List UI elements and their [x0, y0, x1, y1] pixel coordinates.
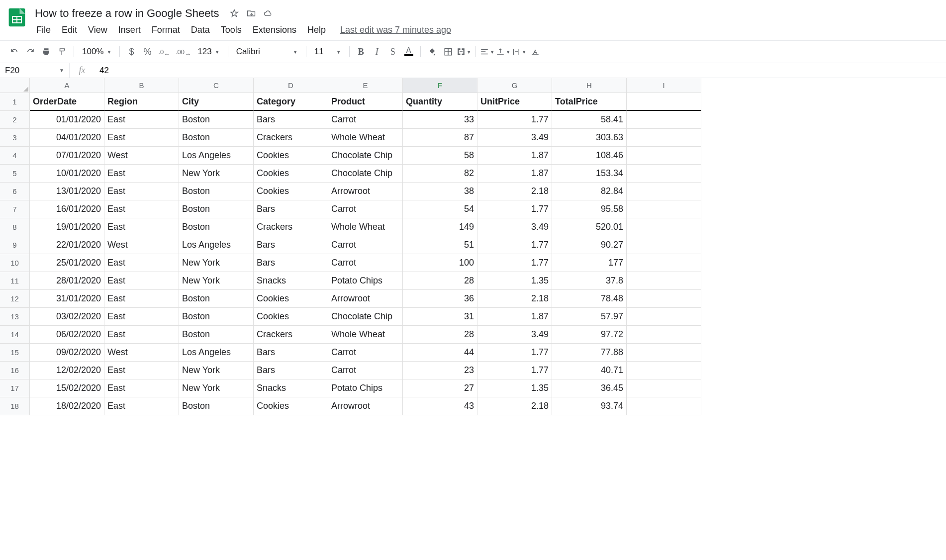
cell[interactable]: Chocolate Chip — [328, 165, 403, 183]
cell[interactable]: Boston — [179, 183, 254, 200]
cell[interactable]: 100 — [403, 254, 477, 272]
cell[interactable]: Crackers — [254, 326, 328, 344]
row-header[interactable]: 15 — [0, 344, 30, 362]
cell[interactable]: 44 — [403, 344, 477, 362]
cell[interactable]: 1.77 — [477, 362, 552, 379]
row-header[interactable]: 11 — [0, 272, 30, 290]
cell[interactable]: 43 — [403, 397, 477, 415]
fill-color-button[interactable] — [425, 44, 440, 59]
cell[interactable]: OrderDate — [30, 93, 104, 111]
cell[interactable] — [627, 397, 701, 415]
text-color-button[interactable]: A — [401, 44, 416, 59]
column-header-H[interactable]: H — [552, 78, 627, 93]
cell[interactable]: East — [104, 397, 179, 415]
cell[interactable]: West — [104, 147, 179, 165]
column-header-G[interactable]: G — [477, 78, 552, 93]
cell[interactable]: 177 — [552, 254, 627, 272]
cell[interactable]: Los Angeles — [179, 236, 254, 254]
cell[interactable]: 1.77 — [477, 236, 552, 254]
cell[interactable]: Bars — [254, 200, 328, 218]
font-family-dropdown[interactable]: Calibri▼ — [232, 47, 302, 57]
cell[interactable]: 51 — [403, 236, 477, 254]
cell[interactable]: 18/02/2020 — [30, 397, 104, 415]
cell[interactable]: 3.49 — [477, 129, 552, 147]
cell[interactable] — [627, 290, 701, 308]
paint-format-button[interactable] — [55, 44, 70, 59]
more-formats-dropdown[interactable]: 123▼ — [193, 47, 223, 57]
row-header[interactable]: 4 — [0, 147, 30, 165]
cell[interactable]: Cookies — [254, 183, 328, 200]
row-header[interactable]: 14 — [0, 326, 30, 344]
text-rotation-button[interactable] — [528, 44, 543, 59]
cell[interactable]: Whole Wheat — [328, 129, 403, 147]
cell[interactable]: 1.77 — [477, 344, 552, 362]
cell[interactable]: New York — [179, 272, 254, 290]
column-header-F[interactable]: F — [403, 78, 477, 93]
menu-help[interactable]: Help — [303, 23, 330, 37]
cell[interactable]: 93.74 — [552, 397, 627, 415]
menu-tools[interactable]: Tools — [216, 23, 246, 37]
font-size-dropdown[interactable]: 11▼ — [310, 47, 345, 57]
cell[interactable]: Arrowroot — [328, 397, 403, 415]
text-wrap-button[interactable]: ▼ — [512, 44, 527, 59]
cell[interactable]: 06/02/2020 — [30, 326, 104, 344]
cell[interactable]: Los Angeles — [179, 344, 254, 362]
column-header-A[interactable]: A — [30, 78, 104, 93]
cell[interactable] — [627, 129, 701, 147]
print-button[interactable] — [39, 44, 54, 59]
cell[interactable]: East — [104, 308, 179, 326]
cell[interactable] — [627, 200, 701, 218]
cell[interactable]: Crackers — [254, 129, 328, 147]
menu-extensions[interactable]: Extensions — [248, 23, 301, 37]
cell[interactable]: Bars — [254, 254, 328, 272]
cell[interactable]: TotalPrice — [552, 93, 627, 111]
strikethrough-button[interactable]: S — [385, 44, 400, 59]
row-header[interactable]: 10 — [0, 254, 30, 272]
cell[interactable] — [627, 183, 701, 200]
formula-input[interactable] — [95, 63, 946, 78]
cell[interactable]: East — [104, 111, 179, 129]
cell[interactable]: 57.97 — [552, 308, 627, 326]
cell[interactable]: 2.18 — [477, 290, 552, 308]
row-header[interactable]: 16 — [0, 362, 30, 379]
cell[interactable]: Whole Wheat — [328, 326, 403, 344]
cell[interactable]: 28/01/2020 — [30, 272, 104, 290]
cell[interactable]: 28 — [403, 272, 477, 290]
column-header-C[interactable]: C — [179, 78, 254, 93]
cell[interactable]: 54 — [403, 200, 477, 218]
cell[interactable]: 03/02/2020 — [30, 308, 104, 326]
cell[interactable]: 520.01 — [552, 218, 627, 236]
cell[interactable]: West — [104, 236, 179, 254]
cell[interactable]: 90.27 — [552, 236, 627, 254]
cell[interactable]: Bars — [254, 362, 328, 379]
cell[interactable]: 19/01/2020 — [30, 218, 104, 236]
cell[interactable]: East — [104, 183, 179, 200]
cell[interactable]: 2.18 — [477, 397, 552, 415]
cell[interactable]: Cookies — [254, 165, 328, 183]
row-header[interactable]: 8 — [0, 218, 30, 236]
cell[interactable]: Cookies — [254, 147, 328, 165]
cell[interactable]: Potato Chips — [328, 379, 403, 397]
vertical-align-button[interactable]: ▼ — [496, 44, 511, 59]
cell[interactable]: 82 — [403, 165, 477, 183]
cell[interactable]: 2.18 — [477, 183, 552, 200]
cell[interactable] — [627, 362, 701, 379]
cell[interactable]: East — [104, 326, 179, 344]
menu-view[interactable]: View — [84, 23, 112, 37]
cell[interactable]: East — [104, 254, 179, 272]
cell[interactable]: 303.63 — [552, 129, 627, 147]
cell[interactable]: East — [104, 272, 179, 290]
cell[interactable]: Cookies — [254, 397, 328, 415]
undo-button[interactable] — [7, 44, 22, 59]
cell[interactable]: 23 — [403, 362, 477, 379]
cell[interactable]: Snacks — [254, 272, 328, 290]
cell[interactable]: 15/02/2020 — [30, 379, 104, 397]
cell[interactable]: Chocolate Chip — [328, 308, 403, 326]
cell[interactable]: 12/02/2020 — [30, 362, 104, 379]
cell[interactable]: East — [104, 290, 179, 308]
cell[interactable]: New York — [179, 254, 254, 272]
cell[interactable] — [627, 93, 701, 111]
row-header[interactable]: 18 — [0, 397, 30, 415]
cell[interactable]: Boston — [179, 218, 254, 236]
cell[interactable] — [627, 308, 701, 326]
